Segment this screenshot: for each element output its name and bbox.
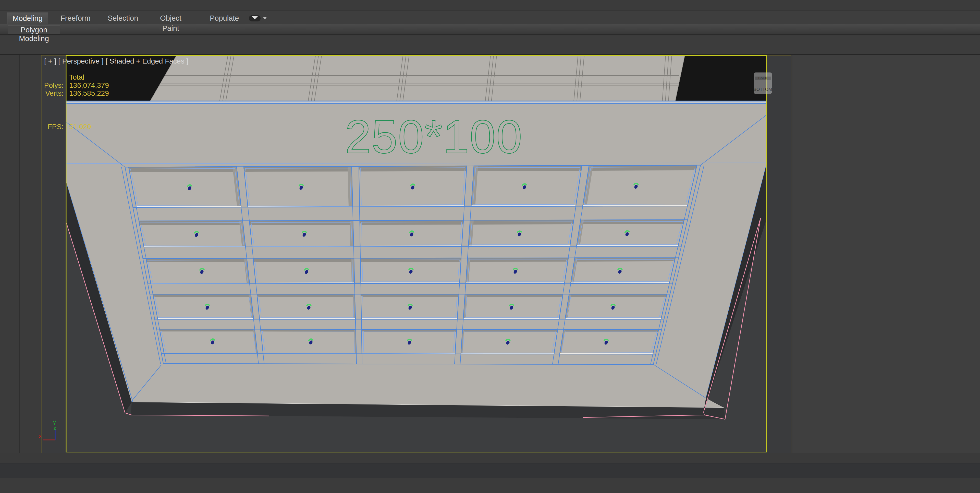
svg-text:136,074,379: 136,074,379 bbox=[69, 81, 109, 89]
svg-text:y: y bbox=[53, 419, 56, 425]
svg-text:250*100: 250*100 bbox=[345, 110, 523, 163]
svg-text:Verts:: Verts: bbox=[45, 89, 64, 97]
svg-text:z: z bbox=[54, 426, 56, 431]
svg-text:BOTTOM: BOTTOM bbox=[754, 87, 772, 92]
svg-text:FPS:: FPS: bbox=[48, 123, 64, 130]
svg-text:Total: Total bbox=[69, 73, 84, 81]
svg-text:[ + ] [ Perspective ] [ Shaded: [ + ] [ Perspective ] [ Shaded + Edged F… bbox=[44, 57, 188, 65]
svg-text:136,585,229: 136,585,229 bbox=[69, 89, 109, 97]
svg-text:Polys:: Polys: bbox=[44, 81, 64, 89]
svg-text:x: x bbox=[39, 433, 41, 439]
svg-text:BACK: BACK bbox=[758, 76, 767, 80]
svg-text:51.020: 51.020 bbox=[69, 123, 91, 130]
